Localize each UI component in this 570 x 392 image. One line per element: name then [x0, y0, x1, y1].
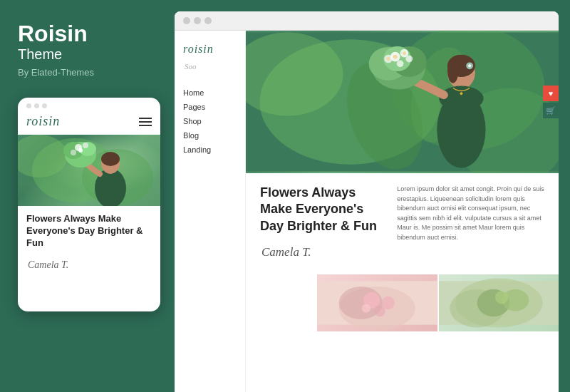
right-panel: roisin Soo Home Pages Shop Blog Landing — [175, 11, 559, 392]
mobile-nav: roisin — [18, 114, 160, 135]
mobile-hero-image — [18, 135, 160, 206]
hamburger-icon[interactable] — [139, 118, 152, 126]
thumbnail-2 — [439, 274, 559, 331]
nav-item-shop[interactable]: Shop — [183, 114, 237, 128]
desktop-text-right: Lorem ipsum dolor sit amet congit. Proin… — [397, 185, 544, 263]
svg-point-11 — [71, 150, 76, 155]
mobile-dot-1 — [26, 103, 31, 108]
svg-point-40 — [460, 92, 462, 95]
left-panel: Roisin Theme By Elated-Themes roisin — [0, 0, 175, 392]
mobile-headline: Flowers Always Make Everyone's Day Brigh… — [26, 213, 152, 249]
thumb1-svg — [317, 274, 437, 331]
desktop-text-left: Flowers Always Make Everyone's Day Brigh… — [260, 185, 383, 263]
browser-dot-2 — [194, 17, 201, 24]
desktop-main: ♥ 🛒 Flowers Always Make Everyone's Day B… — [246, 31, 559, 392]
nav-item-landing[interactable]: Landing — [183, 143, 237, 157]
svg-point-42 — [468, 64, 471, 67]
nav-item-home[interactable]: Home — [183, 86, 237, 100]
svg-point-50 — [362, 304, 370, 313]
browser-dot-1 — [183, 17, 190, 24]
desktop-signature: Camela T. — [260, 240, 383, 263]
heart-icon[interactable]: ♥ — [543, 86, 559, 101]
svg-point-56 — [494, 291, 507, 304]
mobile-top-bar — [18, 98, 160, 114]
mobile-dot-2 — [34, 103, 39, 108]
browser-bar — [175, 11, 559, 31]
desktop-body: Flowers Always Make Everyone's Day Brigh… — [246, 173, 559, 274]
cart-icon[interactable]: 🛒 — [543, 103, 559, 118]
desktop-content: roisin Soo Home Pages Shop Blog Landing — [175, 31, 559, 392]
desktop-hero: ♥ 🛒 — [246, 31, 559, 173]
svg-point-10 — [83, 143, 88, 148]
svg-text:Camela T.: Camela T. — [28, 259, 68, 270]
brand-by: By Elated-Themes — [18, 67, 157, 78]
hamburger-line-3 — [139, 125, 152, 126]
mobile-hero-svg — [18, 135, 160, 206]
desktop-signature-svg: Camela T. — [260, 240, 324, 260]
hamburger-line-1 — [139, 118, 152, 119]
desktop-thumbs — [246, 274, 559, 331]
svg-point-38 — [403, 51, 406, 55]
mobile-signature-svg: Camela T. — [26, 254, 76, 272]
svg-point-12 — [78, 148, 83, 153]
desktop-logo: roisin — [183, 42, 237, 56]
brand-title: Roisin — [18, 21, 157, 46]
svg-point-35 — [397, 60, 404, 67]
mobile-dot-3 — [42, 103, 47, 108]
svg-text:Soo: Soo — [185, 62, 197, 71]
hero-icons: ♥ 🛒 — [543, 86, 559, 118]
nav-item-blog[interactable]: Blog — [183, 128, 237, 143]
hamburger-line-2 — [139, 121, 152, 123]
desktop-hero-svg — [246, 31, 559, 173]
svg-point-5 — [101, 152, 120, 166]
mobile-logo: roisin — [26, 114, 60, 129]
svg-text:Camela T.: Camela T. — [261, 245, 311, 259]
desktop-sidebar: roisin Soo Home Pages Shop Blog Landing — [175, 31, 246, 392]
desktop-body-copy: Lorem ipsum dolor sit amet congit. Proin… — [397, 185, 544, 242]
svg-point-26 — [447, 58, 459, 83]
brand-subtitle: Theme — [18, 46, 157, 63]
logo-script-svg: Soo — [183, 58, 219, 73]
svg-point-36 — [405, 56, 413, 63]
thumbnail-1 — [317, 274, 437, 331]
nav-item-pages[interactable]: Pages — [183, 100, 237, 114]
desktop-main-headline: Flowers Always Make Everyone's Day Brigh… — [260, 185, 383, 234]
browser-dot-3 — [204, 17, 212, 24]
svg-point-39 — [387, 57, 390, 61]
mobile-signature: Camela T. — [26, 254, 152, 274]
desktop-logo-script: Soo — [183, 58, 237, 74]
svg-point-49 — [374, 306, 385, 316]
mobile-content: Flowers Always Make Everyone's Day Brigh… — [18, 206, 160, 282]
mobile-mockup: roisin — [18, 98, 160, 311]
svg-point-37 — [393, 55, 398, 59]
thumb2-svg — [439, 274, 559, 331]
